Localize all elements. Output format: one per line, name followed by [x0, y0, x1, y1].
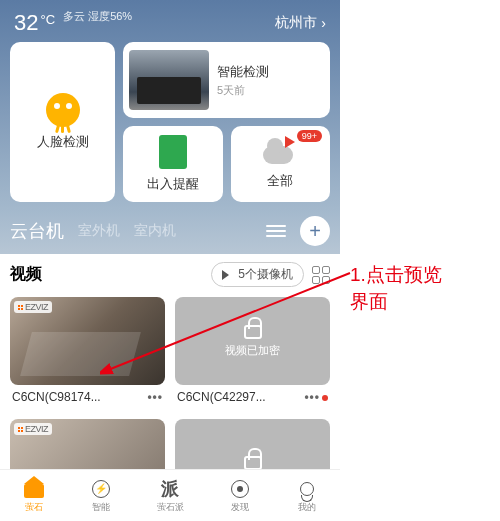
encrypted-text: 视频已加密	[225, 343, 280, 358]
play-icon	[222, 270, 234, 280]
grid-view-icon[interactable]	[312, 266, 330, 284]
city-name: 杭州市	[275, 14, 317, 32]
cloud-play-icon	[263, 138, 297, 166]
add-button[interactable]: +	[300, 216, 330, 246]
all-card[interactable]: 99+ 全部	[231, 126, 331, 202]
temp-unit: °C	[40, 12, 55, 27]
temp-value: 32	[14, 10, 38, 36]
chevron-right-icon: ›	[321, 15, 326, 31]
annotation-line2: 界面	[350, 289, 442, 316]
profile-icon	[296, 478, 318, 500]
lock-icon	[244, 325, 262, 339]
annotation-text: 1.点击预览 界面	[350, 262, 442, 315]
tab-mine-label: 我的	[298, 501, 316, 514]
smart-thumbnail	[129, 50, 209, 110]
home-icon	[23, 478, 45, 500]
weather-text: 多云 湿度56%	[63, 10, 132, 23]
phone-screen: 32 °C 多云 湿度56% 杭州市 › 人脸检测 智能检测 5天前	[0, 0, 340, 521]
smart-icon	[90, 478, 112, 500]
camera-count-button[interactable]: 5个摄像机	[211, 262, 304, 287]
smart-detection-card[interactable]: 智能检测 5天前	[123, 42, 330, 118]
pai-icon: 派	[159, 478, 181, 500]
category-tabs: 云台机 室外机 室内机 +	[0, 202, 340, 254]
tab-home-label: 萤石	[25, 501, 43, 514]
video-item-2: 视频已加密 C6CN(C42297... •••	[175, 297, 330, 409]
video-name-1: C6CN(C98174...	[12, 390, 101, 404]
lock-icon	[244, 456, 262, 470]
video-preview-1[interactable]: EZVIZ	[10, 297, 165, 385]
tab-pai[interactable]: 派 萤石派	[157, 478, 184, 514]
face-detection-card[interactable]: 人脸检测	[10, 42, 115, 202]
video-name-2: C6CN(C42297...	[177, 390, 266, 404]
tab-home[interactable]: 萤石	[23, 478, 45, 514]
brand-badge: EZVIZ	[14, 301, 52, 313]
face-icon	[46, 93, 80, 127]
camera-count: 5个摄像机	[238, 266, 293, 283]
smart-sub: 5天前	[217, 83, 269, 98]
video-preview-2[interactable]: 视频已加密	[175, 297, 330, 385]
tab-indoor[interactable]: 室内机	[134, 222, 176, 240]
video-title: 视频	[10, 264, 203, 285]
more-icon[interactable]: •••	[147, 390, 163, 404]
tab-discover[interactable]: 发现	[229, 478, 251, 514]
face-label: 人脸检测	[37, 133, 89, 151]
annotation-line1: 1.点击预览	[350, 262, 442, 289]
smart-label: 智能检测	[217, 63, 269, 81]
tab-discover-label: 发现	[231, 501, 249, 514]
tab-smart[interactable]: 智能	[90, 478, 112, 514]
brand-badge: EZVIZ	[14, 423, 52, 435]
tab-mine[interactable]: 我的	[296, 478, 318, 514]
more-with-dot[interactable]: •••	[304, 390, 328, 404]
tab-ptz[interactable]: 云台机	[10, 219, 64, 243]
tab-pai-label: 萤石派	[157, 501, 184, 514]
discover-icon	[229, 478, 251, 500]
all-label: 全部	[267, 172, 293, 190]
tab-smart-label: 智能	[92, 501, 110, 514]
status-bar: 32 °C 多云 湿度56% 杭州市 ›	[0, 0, 340, 42]
temperature: 32 °C	[14, 10, 55, 36]
feature-cards: 人脸检测 智能检测 5天前 出入提醒 99+ 全部	[0, 42, 340, 202]
exit-alert-card[interactable]: 出入提醒	[123, 126, 223, 202]
tab-outdoor[interactable]: 室外机	[78, 222, 120, 240]
menu-icon[interactable]	[266, 225, 286, 237]
exit-label: 出入提醒	[147, 175, 199, 193]
alert-dot-icon	[322, 395, 328, 401]
bottom-tabbar: 萤石 智能 派 萤石派 发现 我的	[0, 469, 340, 521]
city-selector[interactable]: 杭州市 ›	[275, 14, 326, 32]
video-header: 视频 5个摄像机	[10, 262, 330, 287]
video-item-1: EZVIZ C6CN(C98174... •••	[10, 297, 165, 409]
door-icon	[159, 135, 187, 169]
